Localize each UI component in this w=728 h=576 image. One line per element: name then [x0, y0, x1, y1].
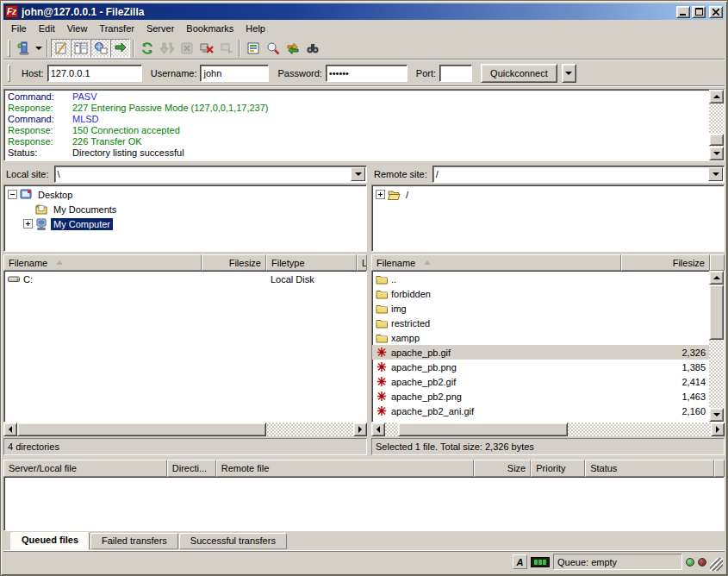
- scroll-right-button[interactable]: [353, 423, 367, 436]
- menu-help[interactable]: Help: [240, 22, 271, 35]
- local-tree-item[interactable]: My Computer: [6, 216, 366, 231]
- username-input[interactable]: [200, 65, 269, 82]
- synchronized-browsing-button[interactable]: [283, 39, 302, 58]
- toggle-transfer-queue-button[interactable]: [110, 39, 130, 58]
- menu-edit[interactable]: Edit: [33, 22, 61, 35]
- remote-site-combo[interactable]: /: [432, 166, 725, 183]
- scroll-thumb[interactable]: [17, 423, 266, 436]
- scroll-track[interactable]: [17, 423, 353, 436]
- quickconnect-dropdown-button[interactable]: [562, 64, 576, 83]
- local-tree-item[interactable]: Desktop: [6, 187, 366, 202]
- toggle-local-tree-button[interactable]: [71, 39, 90, 58]
- column-header-filetype[interactable]: Filetype: [266, 254, 357, 271]
- speed-limit-icon[interactable]: [531, 557, 550, 567]
- remote-file-row[interactable]: img: [372, 301, 709, 316]
- menu-transfer[interactable]: Transfer: [93, 22, 140, 35]
- column-header-filesize[interactable]: Filesize: [202, 254, 266, 271]
- remote-tree-item[interactable]: /: [374, 187, 724, 202]
- resize-grip[interactable]: [710, 558, 723, 571]
- remote-vertical-scrollbar[interactable]: [709, 271, 724, 422]
- local-file-list: C:Local Disk: [3, 271, 367, 423]
- tree-expander-minus[interactable]: [8, 190, 17, 199]
- remote-file-row[interactable]: forbidden: [372, 286, 709, 301]
- scroll-left-button[interactable]: [3, 423, 17, 436]
- local-file-row[interactable]: C:Local Disk: [4, 272, 366, 286]
- maximize-button[interactable]: [692, 6, 706, 18]
- scroll-up-button[interactable]: [709, 271, 724, 285]
- remote-horizontal-scrollbar[interactable]: [371, 423, 725, 436]
- refresh-button[interactable]: [137, 39, 157, 58]
- remote-file-row[interactable]: apache_pb.png1,385: [372, 360, 709, 374]
- menu-server[interactable]: Server: [140, 22, 180, 35]
- scroll-track[interactable]: [709, 285, 724, 408]
- directory-comparison-button[interactable]: [263, 39, 283, 58]
- remote-file-row[interactable]: apache_pb.gif2,326: [372, 345, 709, 360]
- scroll-left-button[interactable]: [371, 423, 385, 436]
- queue-column-header-priority[interactable]: Priority: [531, 460, 585, 477]
- local-site-dropdown-button[interactable]: [351, 167, 365, 181]
- local-tree-item-label[interactable]: My Documents: [51, 203, 119, 216]
- scroll-track[interactable]: [385, 423, 711, 436]
- queue-column-header-status[interactable]: Status: [585, 460, 714, 477]
- tree-expander-plus[interactable]: [376, 190, 385, 199]
- host-input[interactable]: [47, 65, 142, 82]
- toggle-remote-tree-button[interactable]: [90, 39, 110, 58]
- scroll-down-button[interactable]: [709, 147, 724, 160]
- site-manager-button[interactable]: [13, 39, 33, 58]
- password-input[interactable]: [326, 65, 408, 82]
- scroll-right-button[interactable]: [711, 423, 725, 436]
- column-header-filename[interactable]: Filename: [371, 254, 621, 271]
- toolbar-grip[interactable]: [8, 40, 10, 57]
- local-horizontal-scrollbar[interactable]: [3, 423, 367, 436]
- queue-column-header-server-local-file[interactable]: Server/Local file: [3, 460, 167, 477]
- close-button[interactable]: [709, 6, 723, 18]
- message-log-scrollbar[interactable]: [709, 90, 724, 160]
- minimize-button[interactable]: [676, 6, 690, 18]
- menu-bookmarks[interactable]: Bookmarks: [180, 22, 240, 35]
- process-queue-button[interactable]: [157, 39, 177, 58]
- disconnect-button[interactable]: [196, 39, 216, 58]
- tab-queued-files[interactable]: Queued files: [10, 532, 90, 550]
- local-tree-item[interactable]: My Documents: [6, 202, 366, 216]
- column-header-filesize[interactable]: Filesize: [621, 254, 710, 271]
- find-files-button[interactable]: [302, 39, 322, 58]
- directory-filters-button[interactable]: [243, 39, 263, 58]
- scroll-track[interactable]: [709, 103, 724, 147]
- queue-column-header-directi-[interactable]: Directi...: [167, 460, 216, 477]
- column-header-filename[interactable]: Filename: [3, 254, 202, 271]
- menu-view[interactable]: View: [61, 22, 94, 35]
- remote-file-row[interactable]: apache_pb2_ani.gif2,160: [372, 404, 709, 418]
- local-site-combo[interactable]: \: [54, 166, 367, 183]
- scroll-thumb[interactable]: [398, 423, 568, 436]
- scroll-thumb[interactable]: [709, 134, 724, 146]
- quickconnect-button[interactable]: Quickconnect: [481, 64, 557, 83]
- queue-column-header-size[interactable]: Size: [474, 460, 531, 477]
- local-tree-item-label[interactable]: Desktop: [35, 189, 75, 201]
- column-header-l[interactable]: L: [357, 254, 367, 271]
- remote-tree-item-label[interactable]: /: [403, 189, 411, 201]
- remote-file-row[interactable]: ..: [372, 272, 709, 286]
- menu-file[interactable]: File: [5, 22, 33, 35]
- toggle-message-log-button[interactable]: [51, 39, 71, 58]
- remote-file-row[interactable]: apache_pb2.png1,463: [372, 389, 709, 404]
- remote-file-row[interactable]: apache_pb2.gif2,414: [372, 374, 709, 389]
- scroll-thumb[interactable]: [709, 285, 724, 340]
- tab-successful-transfers[interactable]: Successful transfers: [179, 533, 287, 549]
- scroll-down-button[interactable]: [709, 408, 724, 422]
- reconnect-button[interactable]: [216, 39, 236, 58]
- cancel-operation-button[interactable]: [177, 39, 196, 58]
- quickbar-grip[interactable]: [8, 65, 10, 82]
- tab-failed-transfers[interactable]: Failed transfers: [90, 533, 178, 549]
- site-manager-dropdown-button[interactable]: [33, 39, 44, 58]
- data-type-indicator-icon[interactable]: A: [513, 554, 527, 569]
- transfer-queue-body[interactable]: [3, 477, 725, 531]
- local-tree-item-label[interactable]: My Computer: [51, 218, 113, 230]
- remote-site-dropdown-button[interactable]: [708, 167, 723, 181]
- scroll-up-button[interactable]: [709, 90, 724, 103]
- remote-file-row[interactable]: xampp: [372, 330, 709, 345]
- port-input[interactable]: [439, 65, 472, 82]
- remote-file-row[interactable]: restricted: [372, 316, 709, 330]
- titlebar[interactable]: Fz john@127.0.0.1 - FileZilla: [3, 3, 725, 20]
- queue-column-header-remote-file[interactable]: Remote file: [216, 460, 475, 477]
- tree-expander-plus[interactable]: [23, 219, 33, 229]
